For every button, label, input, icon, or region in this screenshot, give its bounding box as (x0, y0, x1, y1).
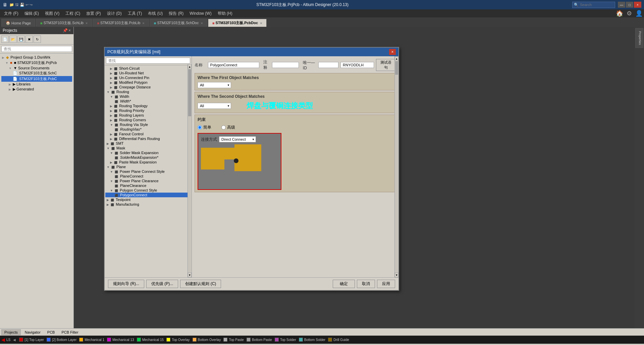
tab-schdoc-close[interactable]: × (201, 21, 203, 25)
comment-input[interactable] (272, 62, 299, 68)
rule-list-scrollbar[interactable]: ▲ ▼ (187, 64, 192, 277)
layer-top-overlay-label[interactable]: Top Overlay (172, 338, 190, 342)
radio-simple[interactable]: 简单 (198, 125, 211, 130)
rule-routing-topology[interactable]: ▶ ⬛ Routing Topology (105, 104, 191, 108)
radio-advanced[interactable]: 高级 (221, 125, 235, 130)
rule-soldermask-star[interactable]: ⬛ SolderMaskExpansion* (105, 155, 191, 160)
layer-drill-label[interactable]: Drill Guide (333, 338, 349, 342)
detail-scroll-thumb[interactable] (395, 61, 398, 75)
radio-advanced-input[interactable] (221, 125, 226, 130)
rule-routing[interactable]: ▼ ⬛ Routing (105, 89, 191, 94)
layer-top-label[interactable]: [1] Top Layer (24, 338, 44, 342)
rule-fanout[interactable]: ▶ ⬛ Fanout Control (105, 132, 191, 136)
menu-report[interactable]: 报告 (R) (166, 10, 186, 17)
search-area[interactable]: 🔍 (572, 2, 615, 8)
menu-window[interactable]: Window (W) (187, 10, 214, 16)
rule-routing-vias-star[interactable]: ⬛ RoutingVias* (105, 127, 191, 132)
tree-item-schc[interactable]: 📄 STM32F103主板.SchC (1, 70, 72, 76)
layer-top-paste-label[interactable]: Top Paste (229, 338, 244, 342)
rule-id-input[interactable] (340, 62, 374, 68)
scroll-up-btn[interactable]: ▲ (188, 64, 192, 69)
pin-icon[interactable]: 📌 (63, 28, 68, 33)
new-file-btn[interactable]: 📄 (1, 36, 9, 43)
layer-bottom-paste-label[interactable]: Bottom Paste (252, 338, 272, 342)
refresh-btn[interactable]: ↻ (34, 36, 41, 43)
layer-mech1-label[interactable]: Mechanical 1 (85, 338, 104, 342)
menu-tools[interactable]: 工具 (T) (125, 10, 145, 17)
rule-routing-corners[interactable]: ▶ ⬛ Routing Corners (105, 118, 191, 122)
rule-search-input[interactable] (106, 58, 190, 64)
rule-solder-mask-exp[interactable]: ▼ ⬛ Solder Mask Expansion (105, 150, 191, 155)
search-input[interactable] (580, 3, 613, 7)
rule-power-plane-clearance[interactable]: ▼ ⬛ Power Plane Clearance (105, 179, 191, 183)
rule-mask[interactable]: ▼ ⬛ Mask (105, 146, 191, 150)
apply-btn[interactable]: 应用 (377, 280, 395, 288)
tree-item-libraries[interactable]: ▶ ▶ Libraries (1, 82, 72, 87)
save-btn[interactable]: 💾 (17, 36, 25, 43)
tab-pcbdoc[interactable]: ■ STM32F103主板.PcbDoc × (208, 19, 267, 27)
bottom-tab-navigator[interactable]: Navigator (22, 330, 43, 335)
tab-home[interactable]: 🏠 Home Page (1, 19, 35, 27)
detail-scrollbar[interactable]: ▲ ▼ (394, 56, 398, 277)
tree-item-pcbc[interactable]: 📄 STM32F103主板.PcbC (1, 76, 72, 82)
menu-design[interactable]: 设计 (D) (104, 10, 124, 17)
layer-left-scroll[interactable]: ◀ (1, 337, 5, 342)
priority-btn[interactable]: 优先级 (P)... (146, 280, 178, 288)
rule-unrouted-net[interactable]: ▶ ⬛ Un-Routed Net (105, 71, 191, 75)
rule-modified-polygon[interactable]: ▶ ⬛ Modified Polygon (105, 80, 191, 85)
cancel-btn[interactable]: 取消 (357, 280, 375, 288)
rule-paste-mask-exp[interactable]: ▶ ⬛ Paste Mask Expansion (105, 160, 191, 164)
test-btn[interactable]: 测试语句 (376, 59, 396, 71)
menu-edit[interactable]: 编辑 (E) (22, 10, 42, 17)
first-match-select[interactable]: All Net Component (198, 82, 231, 88)
unique-id-input[interactable] (318, 62, 338, 68)
rule-unconnected-pin[interactable]: ▶ ⬛ Un-Connected Pin (105, 75, 191, 80)
tab-schdoc[interactable]: ■ STM32F103主板.SchDoc × (150, 19, 207, 27)
rule-routing-layers[interactable]: ▶ ⬛ Routing Layers (105, 113, 191, 118)
rule-short-circuit[interactable]: ▶ ⬛ Short-Circuit (105, 66, 191, 71)
tab-pcblib-close[interactable]: × (142, 21, 144, 25)
menu-project[interactable]: 工程 (C) (63, 10, 83, 17)
layer-top-solder-label[interactable]: Top Solder (280, 338, 296, 342)
panel-close-icon[interactable]: × (68, 28, 71, 33)
second-match-select[interactable]: All Net Component (198, 103, 231, 109)
tree-item-project[interactable]: ▼ ■ ■ STM32F103主板.PrjPcb (1, 60, 72, 66)
rule-polygon-connect-style[interactable]: ▼ ⬛ Polygon Connect Style (105, 188, 191, 193)
home-icon[interactable]: 🏠 (616, 10, 623, 17)
rule-width-star[interactable]: ⬛ Width* (105, 99, 191, 104)
menu-help[interactable]: 帮助 (H) (215, 10, 235, 17)
detail-scroll-down[interactable]: ▼ (395, 273, 398, 277)
scroll-down-btn[interactable]: ▼ (188, 273, 192, 277)
layer-scroll-left[interactable]: ◀ (13, 338, 16, 342)
projects-search-input[interactable] (1, 46, 72, 52)
user-icon[interactable]: 👤 (635, 10, 643, 17)
rule-plane-clearance[interactable]: ⬛ PlaneClearance (105, 183, 191, 188)
tree-item-generated[interactable]: ▶ ▶ Generated (1, 87, 72, 92)
menu-view[interactable]: 视图 (V) (42, 10, 62, 17)
settings-icon[interactable]: ⚙ (627, 10, 632, 17)
tab-schlib-close[interactable]: × (86, 21, 88, 25)
name-input[interactable] (208, 62, 259, 68)
minimize-button[interactable]: — (618, 2, 625, 8)
tab-pcbdoc-close[interactable]: × (260, 21, 262, 25)
dialog-close-button[interactable]: × (389, 49, 396, 55)
connect-method-select[interactable]: Direct Connect Relief Connect No Connect (219, 136, 256, 142)
rule-diff-pairs[interactable]: ▶ ⬛ Differential Pairs Routing (105, 136, 191, 141)
connect-method-dropdown[interactable]: Direct Connect Relief Connect No Connect… (219, 136, 256, 142)
tab-pcblib[interactable]: ■ STM32F103主板.PcbLib × (93, 19, 149, 27)
close-doc-btn[interactable]: ✖ (25, 36, 33, 43)
menu-place[interactable]: 放置 (P) (84, 10, 103, 17)
tree-item-group[interactable]: ▶ ◆ Project Group 1.DsnWrk (1, 55, 72, 60)
rule-routing-priority[interactable]: ▶ ⬛ Routing Priority (105, 108, 191, 113)
rule-power-plane-connect[interactable]: ▼ ⬛ Power Plane Connect Style (105, 169, 191, 174)
tab-schlib[interactable]: ■ STM32F103主板.SchLib × (36, 19, 92, 27)
layer-bottom-solder-label[interactable]: Bottom Solder (304, 338, 325, 342)
layer-bottom-label[interactable]: [2] Bottom Layer (52, 338, 76, 342)
menu-file[interactable]: 文件 (F) (1, 10, 21, 17)
rule-routing-via-style[interactable]: ▼ ⬛ Routing Via Style (105, 122, 191, 127)
ok-btn[interactable]: 确定 (333, 280, 355, 288)
second-match-dropdown[interactable]: All Net Component ▼ (198, 103, 231, 109)
first-match-dropdown[interactable]: All Net Component ▼ (198, 82, 231, 88)
rule-width[interactable]: ▼ ⬛ Width (105, 94, 191, 99)
close-button[interactable]: × (634, 2, 641, 8)
